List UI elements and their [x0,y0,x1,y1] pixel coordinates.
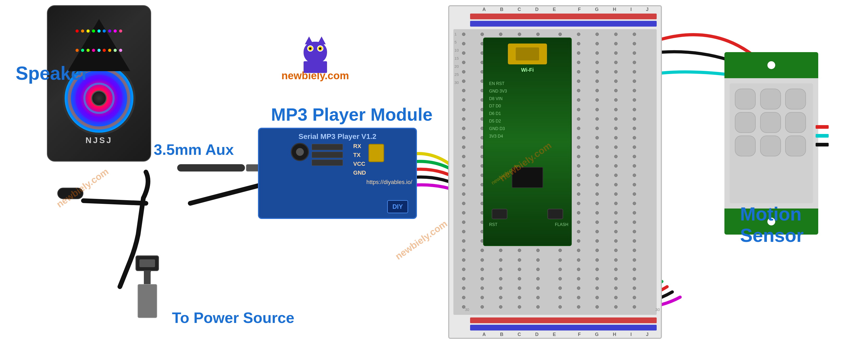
motion-sensor-pins [816,125,829,147]
usb-plug [135,255,159,318]
nodemcu-module: Wi-Fi EN RSTGND 3V3D8 VIN D7 D0D6 D1D5 D… [483,37,572,246]
mp3-module-label: MP3 Player Module [271,104,433,125]
aux-label: 3.5mm Aux [154,141,234,158]
vcc-pin-label: VCC [353,161,366,167]
gnd-pin-label: GND [353,169,366,176]
motion-sensor-label: Motion Sensor [740,203,868,246]
tx-pin-label: TX [353,152,366,158]
aux-plug [177,164,265,171]
diyables-url: https://diyables.io/ [263,179,412,186]
speaker-brand-label: NJSJ [86,135,113,145]
newbiely-logo: newbiely.com [281,36,349,82]
mp3-subtitle: Serial MP3 Player V1.2 [263,132,412,141]
watermark-2: newbiely.com [393,218,449,262]
rx-pin-label: RX [353,143,366,150]
power-source-label: To Power Source [172,309,294,326]
breadboard: ABCDE FGHIJ 151015202530 for(let i=0;i<1… [448,5,662,339]
mp3-module-board: Serial MP3 Player V1.2 RX TX VCC GND htt… [258,128,417,219]
